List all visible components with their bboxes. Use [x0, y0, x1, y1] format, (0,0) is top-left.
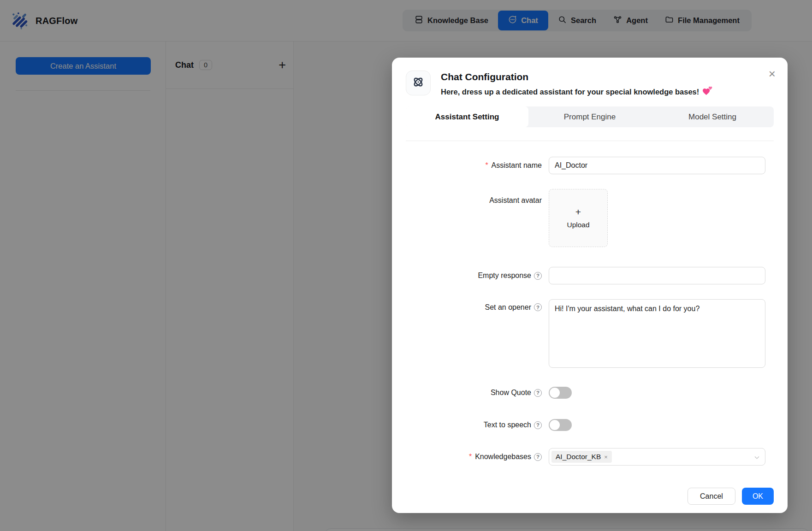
label-text: Set an opener [485, 303, 531, 312]
show-quote-toggle[interactable] [549, 387, 572, 399]
tab-prompt-engine[interactable]: Prompt Engine [528, 106, 651, 127]
text-to-speech-row: Text to speech ? [406, 419, 774, 431]
chevron-down-icon [754, 454, 760, 462]
show-quote-row: Show Quote ? [406, 387, 774, 399]
chat-configuration-dialog: × Chat Configuration Here, dress up a de… [392, 58, 788, 513]
label-text: Show Quote [491, 389, 531, 397]
empty-response-row: Empty response ? [406, 267, 774, 284]
dialog-footer: Cancel OK [406, 488, 774, 505]
toggle-knob [550, 420, 560, 430]
knowledgebases-row: * Knowledgebases ? AI_Doctor_KB × [406, 448, 774, 466]
assistant-avatar-label: Assistant avatar [406, 189, 542, 247]
assistant-avatar-row: Assistant avatar + Upload [406, 189, 774, 247]
dialog-icon-box [406, 71, 431, 95]
assistant-name-row: * Assistant name [406, 157, 774, 174]
assistant-name-label: * Assistant name [406, 157, 542, 174]
opener-textarea[interactable]: Hi! I'm your assistant, what can I do fo… [549, 299, 765, 368]
cancel-button[interactable]: Cancel [688, 488, 735, 505]
opener-row: Set an opener ? Hi! I'm your assistant, … [406, 299, 774, 370]
text-to-speech-toggle[interactable] [549, 419, 572, 431]
dialog-subtitle-text: Here, dress up a dedicated assistant for… [441, 88, 699, 96]
upload-label: Upload [567, 221, 589, 229]
hearts-icon [702, 86, 713, 97]
label-text: Knowledgebases [475, 453, 531, 461]
kb-tag: AI_Doctor_KB × [551, 451, 612, 463]
help-icon[interactable]: ? [534, 389, 542, 397]
required-asterisk: * [469, 453, 472, 461]
kb-tag-label: AI_Doctor_KB [556, 453, 601, 461]
assistant-name-input[interactable] [549, 157, 765, 174]
label-text: Assistant avatar [489, 196, 542, 205]
ok-button[interactable]: OK [742, 488, 774, 505]
plus-icon: + [575, 207, 581, 217]
atom-icon [411, 75, 426, 91]
avatar-upload-dropzone[interactable]: + Upload [549, 189, 608, 247]
dialog-subtitle: Here, dress up a dedicated assistant for… [441, 86, 713, 97]
label-text: Empty response [478, 271, 531, 280]
dialog-title: Chat Configuration [441, 71, 713, 83]
tab-model-setting[interactable]: Model Setting [651, 106, 774, 127]
required-asterisk: * [485, 161, 488, 170]
empty-response-label: Empty response ? [406, 267, 542, 284]
label-text: Assistant name [492, 161, 542, 170]
empty-response-input[interactable] [549, 267, 765, 284]
help-icon[interactable]: ? [534, 421, 542, 429]
dialog-title-block: Chat Configuration Here, dress up a dedi… [441, 71, 713, 97]
close-icon[interactable]: × [769, 68, 776, 80]
help-icon[interactable]: ? [534, 272, 542, 280]
assistant-setting-form: * Assistant name Assistant avatar + Uplo… [406, 157, 774, 505]
help-icon[interactable]: ? [534, 303, 542, 311]
tag-remove-icon[interactable]: × [604, 454, 608, 460]
dialog-header: Chat Configuration Here, dress up a dedi… [406, 71, 774, 97]
knowledgebases-select[interactable]: AI_Doctor_KB × [549, 448, 765, 466]
help-icon[interactable]: ? [534, 453, 542, 461]
dialog-tabs: Assistant Setting Prompt Engine Model Se… [406, 106, 774, 127]
knowledgebases-label: * Knowledgebases ? [406, 448, 542, 466]
opener-label: Set an opener ? [406, 299, 542, 370]
show-quote-label: Show Quote ? [406, 387, 542, 399]
tab-assistant-setting[interactable]: Assistant Setting [406, 106, 528, 127]
label-text: Text to speech [484, 421, 531, 429]
toggle-knob [550, 388, 560, 398]
tabs-divider [406, 141, 774, 141]
text-to-speech-label: Text to speech ? [406, 419, 542, 431]
